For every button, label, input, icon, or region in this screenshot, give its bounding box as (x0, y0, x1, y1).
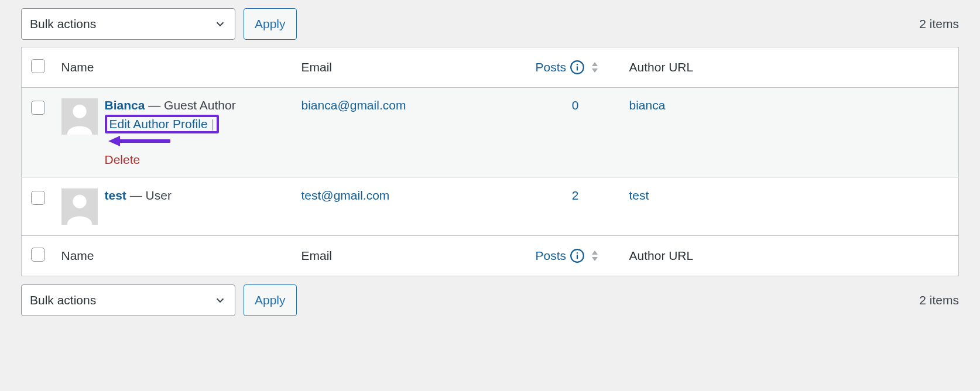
select-all-checkbox[interactable] (31, 59, 45, 73)
col-email-footer[interactable]: Email (301, 249, 333, 262)
edit-author-link[interactable]: Edit Author Profile (109, 117, 208, 131)
svg-marker-15 (592, 257, 598, 261)
author-url-link[interactable]: test (629, 188, 649, 202)
bulk-actions-group: Bulk actions Apply (21, 8, 297, 40)
sort-arrows-icon (591, 61, 599, 73)
col-name-footer[interactable]: Name (61, 249, 94, 262)
avatar-icon (61, 188, 98, 225)
author-email-link[interactable]: bianca@gmail.com (301, 98, 406, 112)
svg-marker-14 (592, 251, 598, 255)
sort-arrows-icon (591, 250, 599, 262)
items-count-bottom: 2 items (919, 293, 959, 307)
col-posts-label: Posts (536, 60, 567, 74)
author-role: User (146, 188, 172, 202)
svg-marker-8 (108, 136, 120, 146)
author-name-link[interactable]: test (105, 188, 126, 202)
separator: | (211, 117, 214, 131)
author-email-link[interactable]: test@gmail.com (301, 188, 390, 202)
author-url-link[interactable]: bianca (629, 98, 666, 112)
author-name-link[interactable]: Bianca (105, 98, 145, 112)
dash: — (130, 188, 146, 202)
delete-link[interactable]: Delete (105, 153, 287, 167)
col-posts-label-footer: Posts (536, 249, 567, 263)
bulk-actions-label-bottom: Bulk actions (30, 293, 96, 307)
table-row: test — User test@gmail.com 2 test (22, 178, 959, 236)
authors-table: Name Email Posts Author URL (21, 47, 959, 276)
bulk-actions-label: Bulk actions (30, 17, 96, 31)
bulk-actions-select-bottom[interactable]: Bulk actions (21, 284, 235, 316)
svg-marker-4 (592, 68, 598, 73)
table-row: Bianca — Guest Author Edit Author Profil… (22, 88, 959, 178)
annotation-highlight: Edit Author Profile | (105, 115, 219, 133)
svg-point-6 (73, 105, 86, 118)
avatar-icon (61, 98, 98, 135)
chevron-down-icon (214, 294, 227, 307)
row-checkbox[interactable] (31, 101, 45, 115)
col-url-footer[interactable]: Author URL (629, 249, 694, 262)
author-role: Guest Author (164, 98, 236, 112)
row-actions: Edit Author Profile | Delete (105, 115, 287, 167)
annotation-arrow-icon (107, 134, 170, 148)
bulk-actions-select[interactable]: Bulk actions (21, 8, 235, 40)
info-icon[interactable] (570, 60, 585, 75)
col-name-header[interactable]: Name (61, 60, 94, 74)
col-email-header[interactable]: Email (301, 60, 333, 74)
apply-button[interactable]: Apply (244, 8, 297, 40)
bulk-actions-group-bottom: Bulk actions Apply (21, 284, 297, 316)
posts-count-link[interactable]: 0 (572, 98, 579, 112)
select-all-checkbox-footer[interactable] (31, 248, 45, 262)
col-posts-footer[interactable]: Posts (536, 248, 599, 263)
items-count: 2 items (919, 17, 959, 31)
posts-count-link[interactable]: 2 (572, 188, 579, 202)
col-posts-header[interactable]: Posts (536, 60, 599, 75)
tablenav-top: Bulk actions Apply 2 items (21, 0, 959, 47)
apply-button-bottom[interactable]: Apply (244, 284, 297, 316)
tablenav-bottom: Bulk actions Apply 2 items (21, 276, 959, 323)
svg-marker-3 (592, 62, 598, 66)
chevron-down-icon (214, 18, 227, 30)
col-url-header[interactable]: Author URL (629, 60, 694, 74)
svg-point-10 (73, 195, 86, 208)
svg-point-13 (577, 252, 578, 253)
svg-point-2 (577, 64, 578, 65)
dash: — (148, 98, 164, 112)
info-icon[interactable] (570, 248, 585, 263)
row-checkbox[interactable] (31, 191, 45, 205)
